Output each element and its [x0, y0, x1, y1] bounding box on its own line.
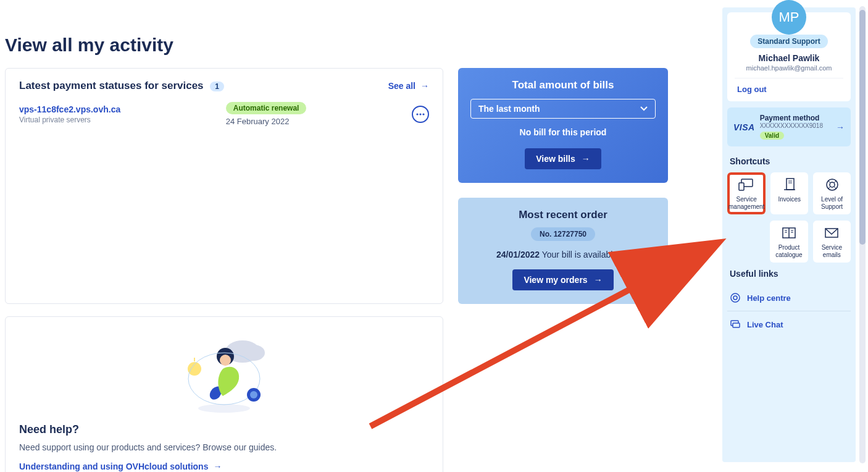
lifebuoy-icon — [824, 177, 841, 192]
support-level-badge: Standard Support — [750, 35, 827, 48]
svg-rect-13 — [739, 183, 744, 190]
shortcuts-label: Shortcuts — [730, 156, 848, 166]
lifebuoy-icon — [730, 292, 741, 303]
renewal-badge: Automatic renewal — [226, 102, 307, 114]
page-title: View all my activity — [5, 35, 707, 56]
shortcut-label: Invoices — [772, 196, 807, 203]
live-chat-label: Live Chat — [747, 320, 783, 329]
user-name: Michael Pawlik — [735, 53, 843, 63]
svg-point-28 — [731, 293, 740, 302]
latest-heading: Latest payment statuses for services 1 — [19, 80, 224, 92]
arrow-right-icon: → — [594, 275, 603, 285]
visa-logo: VISA — [733, 122, 755, 132]
bills-heading: Total amount of bills — [470, 79, 656, 91]
bills-panel: Total amount of bills The last month No … — [458, 68, 668, 183]
mail-icon — [823, 225, 840, 240]
svg-point-2 — [422, 113, 424, 115]
service-name-link[interactable]: vps-11c8fce2.vps.ovh.ca — [19, 104, 120, 114]
svg-line-21 — [828, 187, 830, 189]
payment-title: Payment method — [760, 114, 831, 122]
shortcut-level-of-support[interactable]: Level of Support — [813, 172, 851, 214]
help-heading: Need help? — [19, 423, 429, 436]
see-all-payments-link[interactable]: See all — [388, 81, 429, 91]
svg-point-1 — [419, 113, 421, 115]
svg-point-11 — [250, 391, 257, 398]
svg-line-20 — [834, 180, 837, 183]
view-bills-label: View bills — [536, 154, 575, 164]
chevron-down-icon — [640, 106, 648, 111]
help-centre-link[interactable]: Help centre — [727, 285, 851, 311]
no-bill-text: No bill for this period — [470, 127, 656, 137]
user-card: MP Standard Support Michael Pawlik micha… — [727, 12, 851, 101]
payment-number: XXXXXXXXXXXX9018 — [760, 122, 831, 129]
svg-rect-31 — [733, 323, 740, 327]
order-panel: Most recent order No. 12727750 24/01/202… — [458, 198, 668, 304]
order-date: 24/01/2022 — [496, 250, 540, 259]
shortcut-product-catalogue[interactable]: Product catalogue — [770, 221, 807, 263]
shortcut-label: Level of Support — [814, 196, 849, 211]
live-chat-link[interactable]: Live Chat — [727, 311, 851, 337]
bills-period-value: The last month — [478, 104, 540, 114]
useful-links-list: Help centre Live Chat — [727, 285, 851, 337]
view-orders-label: View my orders — [524, 275, 587, 285]
svg-point-8 — [220, 355, 231, 366]
help-guides-link[interactable]: Understanding and using OVHcloud solutio… — [19, 461, 222, 471]
devices-icon — [738, 177, 755, 192]
svg-point-0 — [416, 113, 418, 115]
user-sidebar: MP Standard Support Michael Pawlik micha… — [722, 7, 856, 462]
view-bills-button[interactable]: View bills → — [525, 148, 601, 169]
avatar: MP — [772, 0, 806, 35]
scrollbar[interactable] — [859, 6, 866, 463]
svg-point-6 — [198, 404, 250, 413]
latest-payment-panel: Latest payment statuses for services 1 S… — [5, 68, 443, 304]
view-orders-button[interactable]: View my orders → — [512, 269, 613, 290]
help-text: Need support using our products and serv… — [19, 442, 429, 452]
shortcut-invoices[interactable]: Invoices — [770, 172, 808, 214]
service-row: vps-11c8fce2.vps.ovh.ca Virtual private … — [19, 102, 429, 126]
help-centre-label: Help centre — [747, 293, 791, 303]
latest-heading-text: Latest payment statuses for services — [19, 80, 204, 91]
service-more-button[interactable] — [412, 106, 429, 123]
shortcut-service-management[interactable]: Service management — [727, 172, 766, 214]
service-type-label: Virtual private servers — [19, 116, 120, 124]
logout-link[interactable]: Log out — [735, 78, 843, 95]
check-icon: ✓ — [622, 250, 630, 259]
renewal-date: 24 February 2022 — [226, 117, 307, 126]
user-email: michael.hpawlik@gmail.com — [735, 64, 843, 72]
help-illustration — [175, 329, 273, 416]
order-number-badge: No. 12727750 — [531, 227, 595, 241]
shortcut-grid-2: Product catalogue Service emails — [727, 221, 851, 263]
svg-point-18 — [830, 182, 835, 187]
book-icon — [780, 225, 798, 240]
arrow-right-icon: → — [582, 154, 590, 164]
shortcut-service-emails[interactable]: Service emails — [813, 221, 851, 263]
shortcut-grid: Service management Invoices Level of Sup… — [727, 172, 851, 214]
payment-valid-badge: Valid — [760, 132, 784, 140]
bills-period-dropdown[interactable]: The last month — [470, 99, 656, 119]
svg-rect-14 — [787, 179, 794, 190]
svg-point-29 — [733, 296, 737, 300]
svg-line-22 — [834, 187, 837, 189]
useful-links-label: Useful links — [730, 269, 848, 279]
order-status-text: Your bill is available — [542, 250, 617, 259]
svg-line-19 — [828, 180, 830, 183]
shortcut-label: Product catalogue — [771, 244, 806, 259]
receipt-icon — [781, 177, 798, 192]
dots-icon — [416, 113, 425, 116]
latest-count-badge: 1 — [210, 82, 224, 91]
order-heading: Most recent order — [470, 209, 656, 221]
payment-method-card[interactable]: VISA Payment method XXXXXXXXXXXX9018 Val… — [727, 107, 851, 146]
shortcut-label: Service emails — [814, 244, 849, 259]
arrow-right-icon: → — [836, 122, 845, 132]
order-status: 24/01/2022 Your bill is available ✓ — [470, 250, 656, 259]
shortcut-label: Service management — [728, 196, 764, 211]
help-panel: Need help? Need support using our produc… — [5, 316, 443, 472]
chat-icon — [730, 319, 741, 330]
scrollbar-thumb[interactable] — [859, 10, 866, 245]
